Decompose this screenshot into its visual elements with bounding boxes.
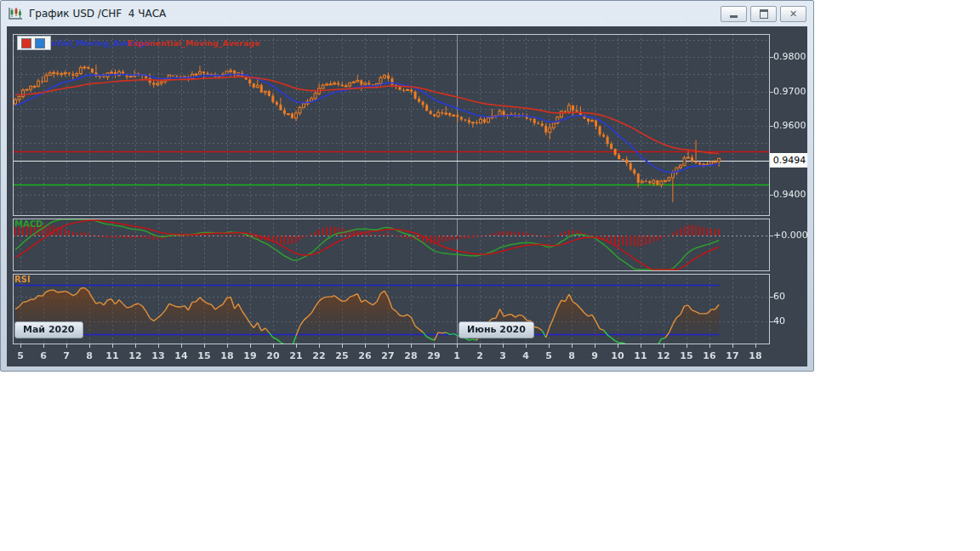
window-title: График USD /CHF 4 ЧАСА xyxy=(29,8,166,20)
candlestick-chart-icon xyxy=(8,7,23,20)
x-axis-label: 5 xyxy=(9,350,31,361)
price-axis-label: 0.9700 xyxy=(773,86,806,97)
x-axis-label: 3 xyxy=(492,350,514,361)
x-axis-label: 15 xyxy=(193,350,215,361)
x-axis-label: 18 xyxy=(744,350,766,361)
ma-fast-color-chip xyxy=(35,38,45,48)
x-axis-label: 6 xyxy=(32,350,54,361)
close-button[interactable]: ✕ xyxy=(780,6,806,22)
x-axis-label: 11 xyxy=(630,350,652,361)
window-controls: ✕ xyxy=(721,6,808,22)
window-titlebar[interactable]: График USD /CHF 4 ЧАСА ✕ xyxy=(1,1,813,26)
macd-panel-label: MACD xyxy=(14,219,43,229)
ma-slow-legend-label: Exponential_Moving_Average xyxy=(128,38,260,48)
x-axis-label: 14 xyxy=(170,350,192,361)
restore-icon xyxy=(760,9,768,19)
x-axis-label: 18 xyxy=(216,350,238,361)
x-axis-label: 28 xyxy=(400,350,422,361)
month-marker: Май 2020 xyxy=(14,321,83,338)
x-axis-label: 8 xyxy=(561,350,583,361)
minimize-button[interactable] xyxy=(721,6,747,22)
ma-slow-color-chip xyxy=(21,38,31,48)
macd-zero-tick-label: +0.000 xyxy=(773,230,807,241)
price-axis-label: 0.9400 xyxy=(773,189,806,200)
x-axis-label: 9 xyxy=(584,350,606,361)
x-axis-label: 19 xyxy=(239,350,261,361)
legend-color-box[interactable] xyxy=(17,36,51,50)
price-axis-label: 0.9600 xyxy=(773,120,806,131)
x-axis-label: 26 xyxy=(354,350,376,361)
month-marker: Июнь 2020 xyxy=(459,321,534,338)
x-axis-label: 5 xyxy=(538,350,560,361)
x-axis-label: 16 xyxy=(698,350,721,361)
rsi-axis-label: 40 xyxy=(773,315,785,327)
x-axis-label: 20 xyxy=(262,350,284,361)
x-axis-label: 2 xyxy=(469,350,491,361)
close-icon: ✕ xyxy=(789,9,797,19)
minimize-icon xyxy=(730,15,738,18)
x-axis-label: 8 xyxy=(78,350,100,361)
price-axis-label: 0.9800 xyxy=(773,51,806,62)
x-axis-label: 4 xyxy=(515,350,537,361)
x-axis-label: 7 xyxy=(55,350,77,361)
current-price-badge: 0.9494 xyxy=(770,153,807,168)
x-axis-label: 13 xyxy=(147,350,169,361)
x-axis-label: 15 xyxy=(675,350,698,361)
x-axis-label: 27 xyxy=(377,350,399,361)
x-axis-label: 29 xyxy=(423,350,445,361)
chart-window: График USD /CHF 4 ЧАСА ✕ Exponential_Mov… xyxy=(0,0,814,372)
x-axis-label: 12 xyxy=(652,350,675,361)
chart-client-area: Exponential_Moving_Average Exponential_M… xyxy=(7,26,807,366)
x-axis-label: 22 xyxy=(308,350,330,361)
x-axis-label: 10 xyxy=(607,350,629,361)
x-axis-label: 17 xyxy=(721,350,744,361)
price-chart-canvas[interactable] xyxy=(7,26,807,366)
restore-button[interactable] xyxy=(750,6,777,22)
x-axis-label: 12 xyxy=(124,350,146,361)
x-axis-label: 11 xyxy=(101,350,123,361)
rsi-panel-label: RSI xyxy=(14,275,31,284)
rsi-axis-label: 60 xyxy=(773,291,785,302)
desktop: График USD /CHF 4 ЧАСА ✕ Exponential_Mov… xyxy=(0,0,980,551)
x-axis-label: 21 xyxy=(285,350,307,361)
x-axis-label: 25 xyxy=(331,350,353,361)
x-axis-label: 1 xyxy=(446,350,468,361)
